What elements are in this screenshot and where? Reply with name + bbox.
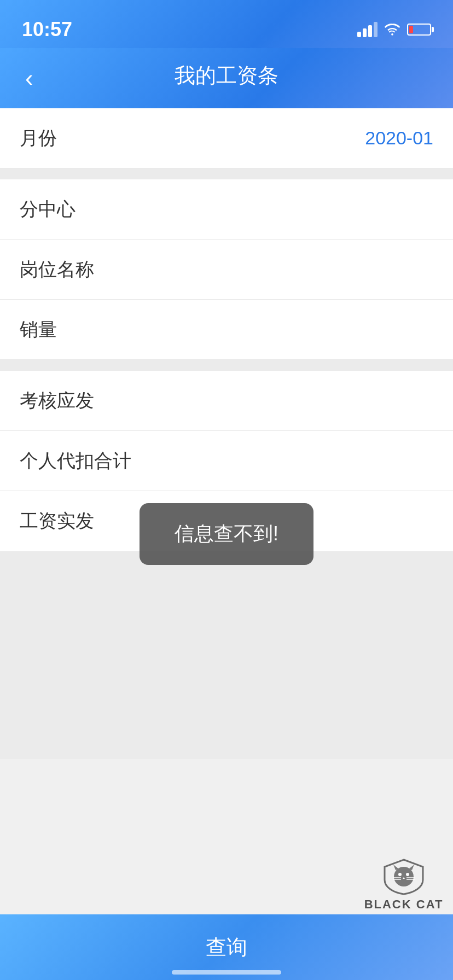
- home-indicator: [172, 970, 281, 975]
- black-cat-logo-icon: [379, 857, 428, 895]
- assessment-label: 考核应发: [20, 388, 94, 413]
- actual-salary-label: 工资实发: [20, 509, 94, 534]
- svg-point-4: [406, 873, 409, 876]
- content-area: 月份 2020-01 分中心 岗位名称 销量 考核应发 个人代扣合计 工资实发: [0, 108, 453, 551]
- subcenter-row: 分中心: [0, 179, 453, 240]
- watermark-text: BLACK CAT: [364, 897, 444, 912]
- sales-label: 销量: [20, 317, 57, 342]
- status-icons: [357, 22, 431, 37]
- page-title: 我的工资条: [175, 62, 278, 90]
- month-label: 月份: [20, 126, 57, 151]
- nav-bar: ‹ 我的工资条: [0, 48, 453, 108]
- svg-marker-2: [409, 865, 414, 870]
- sales-row: 销量: [0, 300, 453, 360]
- position-label: 岗位名称: [20, 257, 94, 282]
- section-divider-2: [0, 360, 453, 371]
- query-button[interactable]: 查询: [162, 923, 291, 972]
- actual-salary-row: 工资实发: [0, 491, 453, 551]
- bottom-bar: 查询: [0, 914, 453, 980]
- month-value: 2020-01: [365, 127, 433, 149]
- svg-point-0: [394, 867, 414, 886]
- position-row: 岗位名称: [0, 240, 453, 300]
- month-row: 月份 2020-01: [0, 108, 453, 168]
- section-divider-1: [0, 168, 453, 179]
- subcenter-label: 分中心: [20, 197, 76, 222]
- svg-marker-1: [393, 865, 399, 870]
- deduction-label: 个人代扣合计: [20, 448, 131, 474]
- assessment-row: 考核应发: [0, 371, 453, 431]
- bottom-fill: [0, 551, 453, 759]
- signal-icon: [357, 22, 378, 37]
- battery-icon: [407, 24, 431, 36]
- status-time: 10:57: [22, 18, 72, 41]
- wifi-icon: [384, 23, 400, 36]
- back-button[interactable]: ‹: [20, 59, 39, 97]
- deduction-row: 个人代扣合计: [0, 431, 453, 491]
- svg-point-3: [398, 873, 402, 876]
- status-bar: 10:57: [0, 0, 453, 48]
- watermark: BLACK CAT: [355, 854, 453, 914]
